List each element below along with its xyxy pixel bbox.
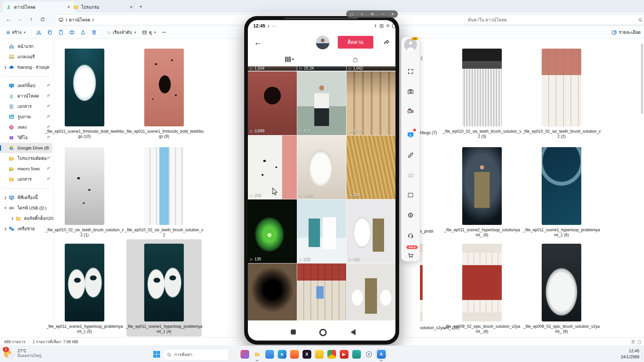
tab-shop[interactable] xyxy=(352,57,359,63)
panel-screenshot-icon[interactable] xyxy=(405,85,417,98)
video-thumbnail[interactable]: ▷135 xyxy=(248,199,297,263)
back-button[interactable]: ← xyxy=(3,14,14,24)
video-thumbnail[interactable]: ▷406 xyxy=(346,199,395,263)
video-thumbnail[interactable]: ▷225 xyxy=(297,199,346,263)
sidebar-item-เดสก์ท็อป[interactable]: เดสก์ท็อป xyxy=(0,80,54,91)
file-thumbnail[interactable] xyxy=(65,147,104,225)
video-thumbnail[interactable] xyxy=(248,263,297,320)
avatar[interactable] xyxy=(316,36,330,50)
panel-avatar[interactable] xyxy=(404,39,417,51)
sidebar-item-ดาวน์โหลด[interactable]: ดาวน์โหลด xyxy=(0,91,54,101)
rotate-icon[interactable]: ⟳ xyxy=(371,12,374,16)
file-name[interactable]: _file_ep010_02_six_teeth_brush_solution_… xyxy=(442,129,522,139)
taskbar-app-5[interactable]: e xyxy=(276,349,287,360)
close-icon[interactable]: ✕ xyxy=(391,12,394,16)
clock[interactable]: 12:45 24/1/2569 xyxy=(621,348,639,360)
file-thumbnail[interactable] xyxy=(462,147,502,225)
show-desktop-button[interactable] xyxy=(642,349,644,360)
cut-button[interactable] xyxy=(33,28,44,37)
paste-button[interactable] xyxy=(55,28,66,37)
expander-chevron-icon[interactable]: ❯ xyxy=(3,66,8,69)
panel-collapse-icon[interactable]: ❮ xyxy=(420,56,423,60)
more-options-button[interactable]: ⋯ xyxy=(159,28,169,37)
file-name[interactable]: _file_ep011_scene1_frmtovdo_bold_teethbu… xyxy=(124,129,204,139)
taskbar-app-4[interactable] xyxy=(264,349,275,360)
panel-fullscreen-icon[interactable] xyxy=(405,65,417,77)
panel-cart-icon[interactable]: SALE xyxy=(405,249,417,261)
favorite-icon[interactable]: ☆ xyxy=(361,12,364,16)
file-thumbnail[interactable] xyxy=(542,244,581,321)
file-name[interactable]: _file_ep009_02_epic_brush_solution_v2yam… xyxy=(522,324,601,334)
file-name[interactable]: _file_ep010_02_six_teeth_brush_solution_… xyxy=(45,228,124,238)
sidebar-item-รูปภาพ[interactable]: รูปภาพ xyxy=(0,112,54,122)
screen-icon[interactable]: ▢ xyxy=(350,12,353,16)
taskbar-app-10[interactable]: ▶ xyxy=(338,349,350,360)
file-thumbnail[interactable] xyxy=(462,49,502,126)
sidebar-item-คอร์สติ๊กต็อก2026[interactable]: ❯คอร์สติ๊กต็อก2026 xyxy=(0,213,54,224)
taskbar-app-11[interactable] xyxy=(351,349,362,360)
sidebar-item-เอกสาร[interactable]: เอกสาร xyxy=(0,174,54,184)
file-thumbnail[interactable] xyxy=(65,49,104,126)
minimize-icon[interactable]: ─ xyxy=(381,12,384,16)
expander-chevron-icon[interactable]: ❯ xyxy=(3,227,8,231)
sort-button[interactable]: ↑↓ เรียงลำดับ ▼ xyxy=(104,28,139,37)
tab-downloads[interactable]: ดาวน์โหลด ✕ xyxy=(3,2,75,12)
up-button[interactable]: ↑ xyxy=(25,14,37,24)
file-thumbnail[interactable] xyxy=(144,244,184,321)
share-icon[interactable] xyxy=(383,38,390,45)
video-thumbnail[interactable]: ▷1,131 xyxy=(297,135,346,199)
taskbar-search[interactable]: การค้นหา xyxy=(162,349,231,360)
rename-button[interactable] xyxy=(66,28,77,37)
file-name[interactable]: _file_ep009_02_epic_brush_solution_v2yam… xyxy=(442,324,522,334)
sidebar-item-เอกสาร[interactable]: เอกสาร xyxy=(0,101,54,112)
taskbar-app-1[interactable] xyxy=(227,349,238,360)
video-thumbnail[interactable]: ▷671 xyxy=(297,71,346,135)
video-thumbnail[interactable]: ▷15.2K xyxy=(297,66,346,71)
home-button[interactable] xyxy=(319,329,327,336)
share-button[interactable] xyxy=(77,28,89,37)
sidebar-item-หน้าแรก[interactable]: หน้าแรก xyxy=(0,41,54,52)
taskbar-app-7[interactable]: X xyxy=(301,349,312,360)
file-name[interactable]: _file_ep011_scene1_hyperloop_problemyaml… xyxy=(45,324,124,334)
taskbar-app-12[interactable] xyxy=(363,349,374,360)
taskbar-app-6[interactable] xyxy=(289,349,300,360)
video-thumbnail[interactable]: ▷3,899 xyxy=(248,71,297,135)
file-name[interactable]: _file_ep011_scene1_hyperloop_problemyaml… xyxy=(124,324,204,334)
list-view-icon[interactable]: ☰ xyxy=(631,340,635,344)
sidebar-item-macro-5sec[interactable]: macro 5sec xyxy=(0,164,54,174)
file-name[interactable]: _file_ep011_scene1_hyperloop_problemyaml… xyxy=(522,228,601,238)
weather-widget[interactable]: 2 27°C มีแดดส่วนใหญ่ xyxy=(3,348,41,359)
file-name[interactable]: _file_ep011_scene1_frmtovdo_bold_teethbu… xyxy=(45,129,124,139)
view-button[interactable]: ดู ▼ xyxy=(139,28,159,37)
expander-chevron-icon[interactable]: ▼ xyxy=(3,206,8,210)
sidebar-item-แกลเลอรี[interactable]: แกลเลอรี xyxy=(0,52,54,62)
back-button[interactable] xyxy=(351,329,356,335)
new-tab-button[interactable]: + xyxy=(137,3,145,11)
panel-mirror-icon[interactable] xyxy=(405,129,417,141)
panel-settings-icon[interactable] xyxy=(405,209,417,221)
taskbar-app-2[interactable] xyxy=(239,349,250,360)
panel-brush-icon[interactable] xyxy=(405,149,417,161)
sidebar-item-narong-ส่วนบุคคล[interactable]: ❯Narong - ส่วนบุคคล xyxy=(0,62,54,72)
copy-button[interactable] xyxy=(44,28,55,37)
video-thumbnail[interactable]: ▷1,042 xyxy=(346,66,395,71)
recents-button[interactable] xyxy=(291,329,296,335)
file-name[interactable]: _file_ep010_02_six_teeth_brush_solution_… xyxy=(124,228,204,238)
file-thumbnail[interactable] xyxy=(144,147,184,225)
video-thumbnail[interactable] xyxy=(297,263,346,320)
panel-region-icon[interactable] xyxy=(405,189,417,201)
delete-button[interactable] xyxy=(89,28,100,37)
file-name[interactable]: _file_ep011_scene2_hyperloop_solutionyam… xyxy=(442,228,522,238)
file-name[interactable]: _file_ep010_02_six_teeth_brush_solution_… xyxy=(522,129,601,139)
sidebar-item-google-drive-g-[interactable]: Google Drive (G:) xyxy=(0,143,52,153)
panel-record-icon[interactable] xyxy=(405,105,417,117)
video-thumbnail[interactable] xyxy=(346,263,395,320)
sidebar-item-โปรแกรมตัดต่อ[interactable]: โปรแกรมตัดต่อ xyxy=(0,153,54,164)
file-thumbnail[interactable] xyxy=(542,147,581,225)
expander-chevron-icon[interactable]: ❯ xyxy=(10,217,15,220)
video-thumbnail[interactable]: ▷294 xyxy=(346,135,395,199)
sidebar-item-พีซีเครื่องนี้[interactable]: ❯พีซีเครื่องนี้ xyxy=(0,192,54,203)
thumbnail-view-icon[interactable]: ▢ xyxy=(638,340,641,344)
details-pane-button[interactable]: รายละเอียด xyxy=(611,26,641,38)
forward-button[interactable]: → xyxy=(14,14,25,24)
